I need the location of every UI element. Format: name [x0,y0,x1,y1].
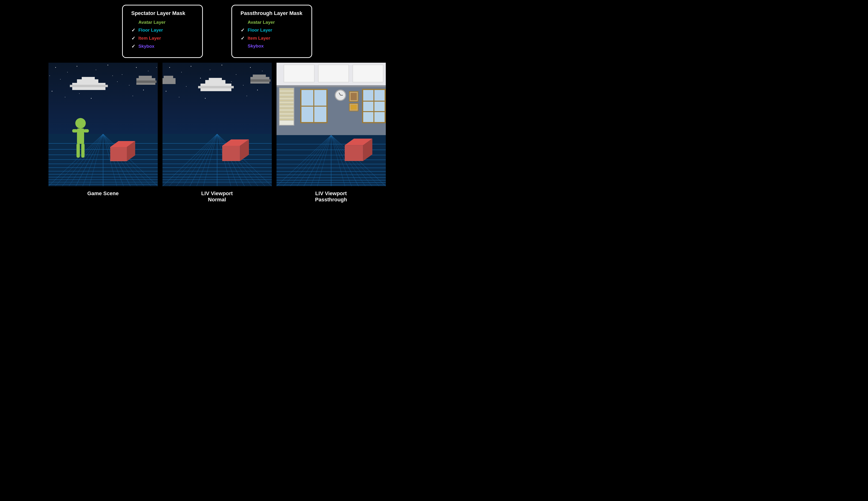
liv-passthrough-label: LIV Viewport Passthrough [315,186,347,203]
grid-floor [49,134,158,186]
ceiling-tile-3 [352,65,383,82]
spectator-skybox-label: Skybox [138,44,155,49]
stars-svg [49,63,158,131]
svg-point-69 [181,72,182,72]
game-scene-viewport [49,63,158,186]
spectator-layer-mask-box: Spectator Layer Mask Avatar Layer ✓ Floo… [122,5,203,58]
svg-rect-26 [82,77,95,82]
liv-normal-panel: LIV Viewport Normal [162,63,272,203]
svg-point-16 [143,90,144,90]
svg-point-59 [75,118,86,128]
svg-point-18 [91,98,92,99]
ceiling-tile-1 [284,65,315,82]
svg-rect-29 [139,76,152,81]
grid-svg [49,134,158,186]
liv-normal-viewport [162,63,272,186]
game-scene-label: Game Scene [87,186,118,196]
svg-point-6 [136,67,137,68]
game-scene-panel: Game Scene [49,63,158,203]
svg-point-14 [52,91,52,92]
red-cube-svg [105,130,139,163]
svg-point-7 [148,71,148,71]
spectator-item-check: ✓ [131,35,136,41]
ceiling-tile-2 [318,65,349,82]
svg-marker-124 [222,146,240,161]
picture-frame-1 [349,91,359,102]
cloud-left-svg [67,76,110,92]
cloud-right2-svg [250,72,272,86]
svg-point-72 [221,65,222,65]
svg-rect-30 [136,81,157,83]
svg-point-8 [60,79,61,79]
spectator-skybox-check: ✓ [131,43,136,49]
svg-rect-93 [253,75,266,79]
svg-rect-90 [209,78,222,82]
passthrough-floor-layer: ✓ Floor Layer [241,27,303,33]
spectator-skybox-layer: ✓ Skybox [131,43,194,49]
svg-point-73 [236,74,236,75]
svg-rect-91 [198,86,234,88]
passthrough-item-label: Item Layer [248,36,270,41]
liv-passthrough-panel: LIV Viewport Passthrough [276,63,386,203]
passthrough-box-title: Passthrough Layer Mask [241,10,303,17]
svg-point-5 [122,74,122,75]
passthrough-skybox-layer: Skybox [241,43,303,49]
passthrough-skybox-label: Skybox [248,43,264,49]
picture-frame-2 [349,103,359,111]
red-cube-passthrough-svg [339,127,376,163]
cloud-left2-svg [162,75,177,86]
svg-point-23 [79,93,80,94]
svg-rect-64 [81,143,85,158]
avatar-svg [70,117,91,165]
svg-point-80 [186,86,187,87]
svg-rect-94 [250,79,271,82]
svg-point-84 [257,90,258,90]
svg-point-13 [129,85,129,85]
passthrough-floor-check: ✓ [241,27,245,33]
svg-rect-62 [84,129,89,132]
svg-point-19 [133,96,133,96]
cloud-center-svg [196,77,236,94]
spectator-avatar-layer: Avatar Layer [131,20,194,25]
red-cube-liv-svg [217,128,253,163]
passthrough-avatar-layer: Avatar Layer [241,20,303,25]
svg-point-3 [96,70,96,70]
svg-point-22 [112,75,113,76]
svg-point-81 [243,85,243,85]
svg-rect-27 [70,85,108,87]
spectator-floor-label: Floor Layer [138,28,163,33]
ceiling [276,63,386,85]
svg-rect-61 [72,129,77,132]
window-blind [279,88,294,126]
liv-passthrough-viewport [276,63,386,186]
passthrough-avatar-label: Avatar Layer [248,20,275,25]
svg-rect-63 [76,143,80,158]
svg-marker-65 [110,147,127,161]
svg-point-10 [117,82,118,82]
spectator-box-title: Spectator Layer Mask [131,10,194,17]
passthrough-layer-mask-box: Passthrough Layer Mask Avatar Layer ✓ Fl… [231,5,312,58]
svg-point-75 [262,71,263,71]
svg-point-1 [67,72,68,72]
clock [335,89,346,101]
spectator-floor-check: ✓ [131,27,136,33]
svg-rect-96 [164,76,173,80]
cloud-right-svg [136,73,158,88]
spectator-avatar-label: Avatar Layer [138,20,166,25]
svg-point-20 [156,67,157,68]
svg-point-82 [166,91,166,92]
spectator-item-label: Item Layer [138,36,161,41]
svg-point-21 [50,75,50,76]
svg-rect-60 [77,128,84,144]
svg-point-86 [205,98,205,99]
svg-point-85 [179,97,179,97]
window-large-right [362,89,386,123]
window-large-left [300,89,328,123]
svg-point-74 [250,67,251,68]
svg-point-87 [246,96,247,96]
svg-marker-155 [345,145,363,161]
passthrough-item-layer: ✓ Item Layer [241,35,303,41]
svg-point-0 [55,67,56,68]
svg-point-71 [210,70,210,70]
liv-normal-label: LIV Viewport Normal [201,186,233,203]
